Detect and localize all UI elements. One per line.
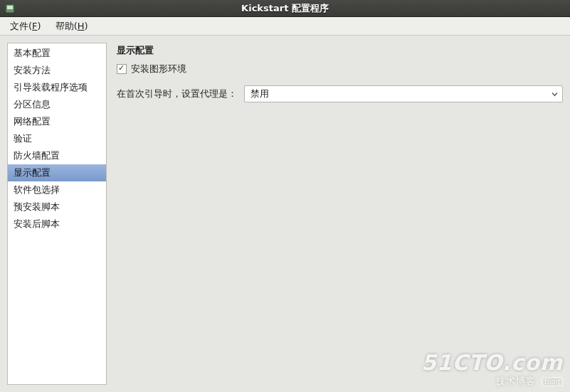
menu-file[interactable]: 文件(F) [3, 18, 48, 35]
sidebar-item-pre-script[interactable]: 预安装脚本 [8, 198, 106, 216]
content-area: 基本配置 安装方法 引导装载程序选项 分区信息 网络配置 验证 防火墙配置 显示… [0, 36, 570, 392]
firstboot-label: 在首次引导时，设置代理是： [117, 88, 237, 100]
sidebar-item-post-script[interactable]: 安装后脚本 [8, 216, 106, 233]
window-title: Kickstart 配置程序 [20, 2, 570, 15]
sidebar-item-basic[interactable]: 基本配置 [8, 45, 106, 62]
sidebar-item-partition[interactable]: 分区信息 [8, 96, 106, 113]
sidebar: 基本配置 安装方法 引导装载程序选项 分区信息 网络配置 验证 防火墙配置 显示… [7, 43, 107, 385]
install-gui-checkbox[interactable] [117, 64, 127, 74]
firstboot-select-value: 禁用 [250, 88, 269, 100]
firstboot-select[interactable]: 禁用 [244, 85, 563, 102]
main-panel: 显示配置 安装图形环境 在首次引导时，设置代理是： 禁用 [117, 43, 563, 385]
menu-help[interactable]: 帮助(H) [48, 18, 95, 35]
sidebar-item-display[interactable]: 显示配置 [8, 164, 106, 181]
section-title: 显示配置 [117, 44, 563, 57]
menubar: 文件(F) 帮助(H) [0, 17, 570, 36]
sidebar-item-packages[interactable]: 软件包选择 [8, 181, 106, 198]
sidebar-item-auth[interactable]: 验证 [8, 130, 106, 147]
install-gui-label: 安装图形环境 [131, 63, 186, 75]
install-gui-row: 安装图形环境 [117, 63, 563, 75]
sidebar-item-network[interactable]: 网络配置 [8, 113, 106, 130]
sidebar-item-bootloader[interactable]: 引导装载程序选项 [8, 79, 106, 96]
firstboot-row: 在首次引导时，设置代理是： 禁用 [117, 85, 563, 102]
app-icon [4, 3, 16, 14]
svg-rect-1 [7, 6, 13, 9]
sidebar-item-firewall[interactable]: 防火墙配置 [8, 147, 106, 164]
titlebar: Kickstart 配置程序 [0, 0, 570, 17]
chevron-down-icon [551, 89, 558, 100]
sidebar-item-install-method[interactable]: 安装方法 [8, 62, 106, 79]
